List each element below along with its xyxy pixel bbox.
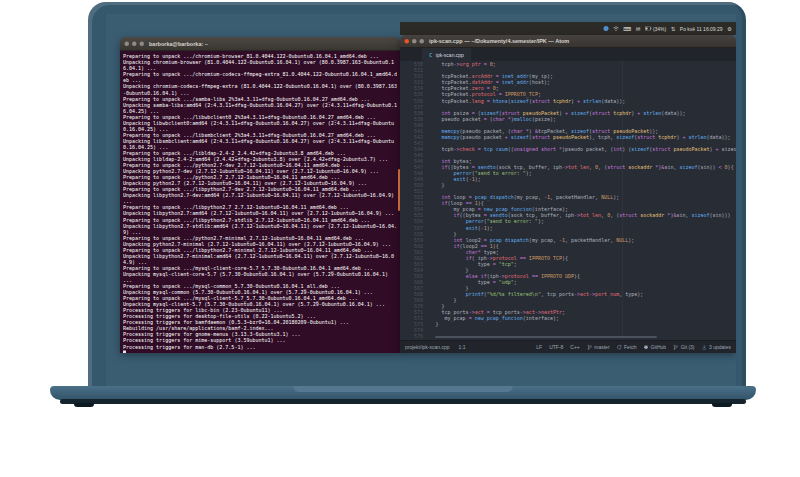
status-item-master[interactable]: master [587, 344, 610, 350]
laptop-base [50, 386, 756, 400]
laptop-foot-left [74, 403, 94, 407]
maximize-icon[interactable] [140, 41, 145, 46]
status-item-3-updates[interactable]: 3 updates [702, 344, 731, 350]
wifi-icon [613, 26, 619, 31]
wrap-guide [622, 61, 623, 340]
laptop-lid: ⌨✉(34%)⇅Po kvě 11 16:09:29⚙ barborka@bar… [88, 2, 746, 388]
status-right: LFUTF-8C++masterFetchGitHubGit (3)3 upda… [536, 344, 731, 350]
close-icon[interactable] [125, 41, 130, 46]
code-editor[interactable]: 530 tcph->urg_ptr = 0;531532 tcpPacket.s… [400, 61, 736, 340]
close-icon[interactable] [405, 39, 410, 44]
wifi-indicator[interactable] [613, 26, 619, 31]
keyboard-icon: ⌨ [623, 26, 631, 32]
terminal-cursor [123, 350, 126, 353]
github-icon [644, 345, 649, 350]
git-icon [673, 344, 679, 350]
terminal-titlebar[interactable]: barborka@barborka: ~ [120, 37, 400, 51]
status-bar: projekt/ipk-scan.cpp1:1 LFUTF-8C++master… [400, 340, 736, 353]
minimize-icon[interactable] [132, 41, 137, 46]
gear-indicator[interactable]: ⚙ [727, 26, 732, 32]
status-left: projekt/ipk-scan.cpp1:1 [405, 344, 465, 350]
app-icon [603, 26, 608, 31]
sync-icon [617, 344, 623, 350]
editor-lines: 530 tcph->urg_ptr = 0;531532 tcpPacket.s… [400, 62, 736, 340]
clock-indicator[interactable]: Po kvě 11 16:09:29 [680, 26, 723, 32]
minimize-icon[interactable] [412, 39, 417, 44]
status-item-c-[interactable]: C++ [570, 344, 579, 350]
keyboard-indicator[interactable]: ⌨ [623, 26, 631, 32]
status-item-git-3-[interactable]: Git (3) [673, 344, 694, 350]
laptop-screen: ⌨✉(34%)⇅Po kvě 11 16:09:29⚙ barborka@bar… [106, 14, 736, 388]
status-file-path[interactable]: projekt/ipk-scan.cpp [405, 344, 449, 350]
battery-label: (34%) [653, 26, 666, 32]
status-item-fetch[interactable]: Fetch [617, 344, 637, 350]
status-item-github[interactable]: GitHub [644, 344, 667, 350]
tray: ⌨✉(34%)⇅Po kvě 11 16:09:29⚙ [603, 26, 732, 32]
laptop-foot-right [712, 403, 732, 407]
unity-top-panel: ⌨✉(34%)⇅Po kvě 11 16:09:29⚙ [400, 22, 736, 35]
horizontal-scrollbar[interactable] [435, 336, 657, 338]
mail-indicator[interactable]: ✉ [636, 26, 641, 32]
tab-label: ipk-scan.cpp [436, 52, 464, 58]
status-item-utf-8[interactable]: UTF-8 [549, 344, 563, 350]
status-item-lf[interactable]: LF [536, 344, 542, 350]
updates-icon [702, 344, 708, 350]
app-indicator[interactable] [603, 26, 608, 31]
atom-title: ipk-scan.cpp — ~/Dokumenty/4.semester/IP… [429, 38, 569, 44]
terminal-body[interactable]: Preparing to unpack .../chromium-browser… [120, 51, 400, 353]
clock-label: Po kvě 11 16:09:29 [680, 26, 723, 32]
line-number: 575 [400, 334, 430, 340]
arrows-indicator[interactable]: ⇅ [671, 26, 676, 32]
laptop-bottom-strip [60, 399, 746, 404]
status-cursor-position[interactable]: 1:1 [458, 344, 465, 350]
branch-icon [587, 344, 593, 350]
tab-bar: C ipk-scan.cpp [400, 48, 736, 61]
maximize-icon[interactable] [420, 39, 425, 44]
laptop-hinge-notch [293, 386, 513, 392]
mail-icon: ✉ [636, 26, 641, 32]
atom-titlebar[interactable]: ipk-scan.cpp — ~/Dokumenty/4.semester/IP… [400, 35, 736, 48]
terminal-text: Preparing to unpack .../chromium-browser… [123, 54, 397, 350]
gear-icon: ⚙ [727, 26, 732, 32]
arrows-icon: ⇅ [671, 26, 676, 32]
atom-window[interactable]: ipk-scan.cpp — ~/Dokumenty/4.semester/IP… [400, 35, 736, 352]
battery-indicator[interactable]: (34%) [645, 26, 666, 32]
terminal-window[interactable]: barborka@barborka: ~ Preparing to unpack… [120, 37, 400, 352]
tab-ipk-scan[interactable]: C ipk-scan.cpp [422, 48, 471, 61]
cpp-file-icon: C [429, 51, 432, 58]
battery-icon [645, 27, 652, 31]
terminal-title: barborka@barborka: ~ [149, 41, 208, 47]
